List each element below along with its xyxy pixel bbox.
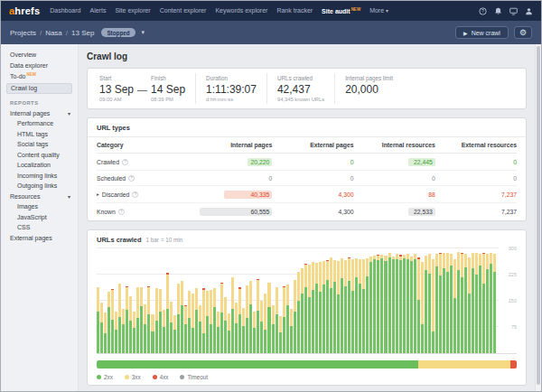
- stacked-bar[interactable]: [406, 254, 409, 353]
- stacked-bar[interactable]: [220, 283, 223, 353]
- stacked-bar[interactable]: [359, 259, 361, 353]
- breadcrumb-item-13-sep[interactable]: 13 Sep: [71, 29, 94, 37]
- sidebar-item-outgoing-links[interactable]: Outgoing links: [10, 182, 72, 189]
- stacked-bar[interactable]: [192, 294, 194, 353]
- stacked-bar[interactable]: [377, 255, 379, 353]
- stacked-bar[interactable]: [181, 281, 183, 353]
- stacked-bar[interactable]: [202, 288, 205, 353]
- stacked-bar[interactable]: [355, 258, 358, 353]
- stacked-bar[interactable]: [297, 272, 300, 353]
- stacked-bar[interactable]: [133, 312, 136, 353]
- stacked-bar[interactable]: [151, 314, 154, 353]
- vertical-scrollbar[interactable]: [535, 44, 541, 391]
- expand-icon[interactable]: ▸: [97, 191, 99, 197]
- info-icon[interactable]: ?: [122, 159, 128, 165]
- nav-item-keywords-explorer[interactable]: Keywords explorer: [215, 7, 267, 14]
- stacked-bar[interactable]: [210, 290, 212, 353]
- stacked-bar[interactable]: [428, 254, 431, 353]
- nav-item-more[interactable]: More▾: [369, 7, 388, 14]
- caret-down-icon[interactable]: ▾: [142, 29, 145, 36]
- stacked-bar[interactable]: [213, 288, 216, 353]
- sidebar-item-performance[interactable]: Performance: [10, 120, 72, 126]
- stacked-bar[interactable]: [199, 305, 201, 353]
- stacked-bar[interactable]: [486, 254, 489, 353]
- category-cell[interactable]: ▸Discarded?: [97, 191, 191, 198]
- stacked-bar[interactable]: [380, 255, 383, 353]
- stacked-bar[interactable]: [294, 280, 296, 353]
- stacked-bar[interactable]: [257, 279, 259, 353]
- stacked-bar[interactable]: [479, 254, 481, 353]
- stacked-bar[interactable]: [100, 303, 103, 353]
- stacked-bar[interactable]: [315, 263, 318, 353]
- stacked-bar[interactable]: [147, 286, 150, 353]
- stacked-bar[interactable]: [173, 315, 176, 353]
- stacked-bar[interactable]: [290, 309, 293, 353]
- stacked-bar[interactable]: [188, 291, 191, 353]
- sidebar-item-resources[interactable]: Resources▾: [10, 193, 72, 200]
- stacked-bar[interactable]: [118, 284, 121, 353]
- stacked-bar[interactable]: [435, 254, 438, 353]
- stacked-bar[interactable]: [439, 253, 442, 353]
- stacked-bar[interactable]: [279, 316, 282, 353]
- sidebar-item-overview[interactable]: Overview: [10, 51, 72, 58]
- stacked-bar[interactable]: [312, 262, 314, 353]
- nav-item-site-explorer[interactable]: Site explorer: [115, 7, 150, 14]
- stacked-bar[interactable]: [330, 257, 332, 353]
- sidebar-item-incoming-links[interactable]: Incoming links: [10, 173, 72, 179]
- stacked-bar[interactable]: [111, 289, 114, 353]
- stacked-bar[interactable]: [308, 265, 311, 353]
- stacked-bar[interactable]: [446, 253, 449, 353]
- stacked-bar[interactable]: [450, 254, 453, 353]
- sidebar-item-css[interactable]: CSS: [10, 224, 72, 230]
- stacked-bar[interactable]: [206, 291, 209, 353]
- stacked-bar[interactable]: [373, 256, 376, 353]
- breadcrumb-item-nasa[interactable]: Nasa: [45, 29, 62, 37]
- stacked-bar[interactable]: [253, 312, 256, 353]
- monitor-icon[interactable]: [509, 7, 518, 15]
- stacked-bar[interactable]: [267, 283, 270, 353]
- stacked-bar[interactable]: [421, 262, 424, 353]
- stacked-bar[interactable]: [410, 257, 413, 353]
- sidebar-item-html-tags[interactable]: HTML tags: [10, 131, 72, 137]
- stacked-bar[interactable]: [326, 260, 329, 353]
- stacked-bar[interactable]: [461, 253, 463, 353]
- stacked-bar[interactable]: [155, 288, 158, 353]
- stacked-bar[interactable]: [246, 285, 248, 353]
- stacked-bar[interactable]: [399, 255, 402, 353]
- stacked-bar[interactable]: [490, 253, 492, 353]
- scrollbar-thumb[interactable]: [537, 46, 540, 385]
- nav-item-alerts[interactable]: Alerts: [89, 7, 106, 14]
- stacked-bar[interactable]: [425, 256, 427, 353]
- stacked-bar[interactable]: [414, 254, 416, 353]
- stacked-bar[interactable]: [366, 258, 369, 353]
- stacked-bar[interactable]: [136, 287, 139, 353]
- sidebar-item-content-quality[interactable]: Content quality: [10, 152, 72, 158]
- help-icon[interactable]: ?: [479, 7, 487, 15]
- breadcrumb-item-projects[interactable]: Projects: [10, 29, 36, 37]
- category-cell[interactable]: Known?: [97, 209, 191, 215]
- stacked-bar[interactable]: [217, 312, 220, 353]
- sidebar-item-social-tags[interactable]: Social tags: [10, 141, 72, 147]
- sidebar-item-data-explorer[interactable]: Data explorer: [10, 62, 72, 69]
- stacked-bar[interactable]: [319, 262, 322, 353]
- stacked-bar[interactable]: [286, 285, 289, 353]
- stacked-bar[interactable]: [144, 304, 146, 353]
- stacked-bar[interactable]: [322, 261, 325, 353]
- stacked-bar[interactable]: [126, 286, 128, 353]
- nav-item-content-explorer[interactable]: Content explorer: [160, 7, 207, 14]
- stacked-bar[interactable]: [235, 303, 238, 353]
- stacked-bar[interactable]: [238, 287, 241, 353]
- bell-icon[interactable]: [494, 7, 502, 15]
- legend-item-4xx[interactable]: 4xx: [153, 374, 169, 380]
- stacked-bar[interactable]: [351, 259, 354, 353]
- sidebar-item-images[interactable]: Images: [10, 203, 72, 210]
- stacked-bar[interactable]: [403, 255, 406, 353]
- stacked-bar[interactable]: [362, 259, 365, 353]
- user-icon[interactable]: [525, 7, 533, 15]
- info-icon[interactable]: ?: [128, 175, 135, 182]
- stacked-bar[interactable]: [260, 301, 263, 353]
- stacked-bar[interactable]: [163, 310, 165, 353]
- stacked-bar[interactable]: [276, 287, 278, 353]
- sidebar-item-crawl-log[interactable]: Crawl log: [6, 83, 72, 94]
- stacked-bar[interactable]: [384, 256, 387, 353]
